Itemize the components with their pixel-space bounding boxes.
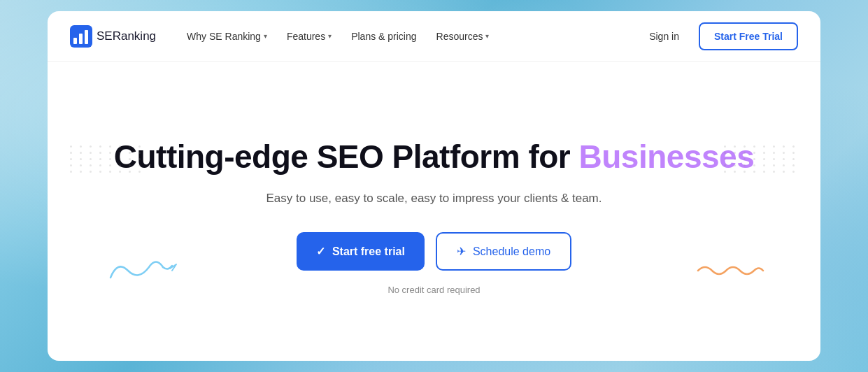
nav-item-why[interactable]: Why SE Ranking ▾ xyxy=(178,25,276,48)
chevron-down-icon: ▾ xyxy=(264,32,267,40)
no-credit-card-text: No credit card required xyxy=(387,285,480,295)
navbar: SERanking Why SE Ranking ▾ Features ▾ Pl… xyxy=(48,11,820,62)
chevron-down-icon: ▾ xyxy=(485,32,489,40)
main-card: SERanking Why SE Ranking ▾ Features ▾ Pl… xyxy=(48,11,820,361)
check-circle-icon: ✓ xyxy=(316,245,325,258)
squiggle-decoration-left xyxy=(104,253,180,291)
chevron-down-icon: ▾ xyxy=(328,32,332,40)
hero-subtitle: Easy to use, easy to scale, easy to impr… xyxy=(266,189,602,208)
logo-icon xyxy=(70,25,92,48)
hero-section: Cutting-edge SEO Platform for Businesses… xyxy=(48,62,820,361)
start-free-trial-button[interactable]: ✓ Start free trial xyxy=(297,232,425,271)
start-free-trial-button-nav[interactable]: Start Free Trial xyxy=(699,22,798,50)
nav-item-features[interactable]: Features ▾ xyxy=(278,25,340,48)
wave-decoration-right xyxy=(695,260,764,284)
hero-title: Cutting-edge SEO Platform for Businesses xyxy=(114,138,754,176)
svg-rect-1 xyxy=(73,38,77,44)
nav-item-plans[interactable]: Plans & pricing xyxy=(343,25,425,48)
nav-item-resources[interactable]: Resources ▾ xyxy=(428,25,498,48)
logo[interactable]: SERanking xyxy=(70,25,156,48)
nav-actions: Sign in Start Free Trial xyxy=(641,22,798,50)
paper-plane-icon: ✈ xyxy=(457,245,466,258)
dots-decoration-right xyxy=(724,145,798,173)
sign-in-button[interactable]: Sign in xyxy=(641,25,688,48)
dots-decoration-left xyxy=(70,145,144,173)
svg-rect-3 xyxy=(85,30,88,44)
nav-links: Why SE Ranking ▾ Features ▾ Plans & pric… xyxy=(178,25,641,48)
logo-text: SERanking xyxy=(97,29,156,43)
hero-buttons: ✓ Start free trial ✈ Schedule demo xyxy=(297,232,571,271)
svg-rect-2 xyxy=(79,34,83,44)
schedule-demo-button[interactable]: ✈ Schedule demo xyxy=(436,232,571,271)
